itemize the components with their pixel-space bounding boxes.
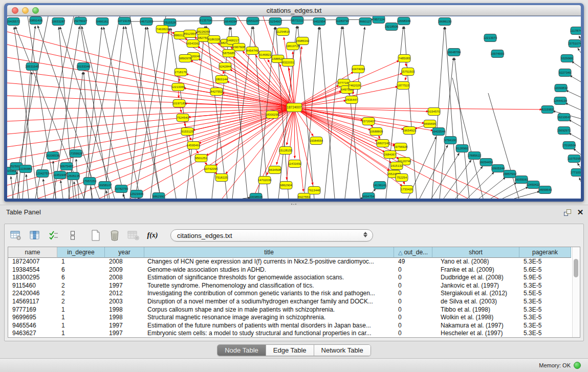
table-settings-button[interactable] (9, 228, 23, 243)
network-node[interactable]: 8454749 (246, 47, 258, 55)
network-node[interactable]: 12093832 (554, 84, 568, 92)
network-node[interactable]: 2803144 (215, 76, 228, 83)
table-cell[interactable]: Changes of HCN gene expression and I(f) … (144, 258, 394, 266)
table-cell[interactable]: Franke et al. (2009) (432, 266, 519, 274)
network-node[interactable]: 14136141 (373, 182, 387, 189)
table-row[interactable]: 946362711997Embryonic stem cells: a mode… (8, 330, 572, 337)
network-node[interactable]: 16054454 (480, 159, 493, 166)
network-node[interactable]: 12923445 (130, 190, 144, 198)
table-cell[interactable]: Hescheler et al. (1997) (432, 330, 519, 337)
column-header-year[interactable]: year (105, 247, 144, 258)
network-node[interactable]: 14595461 (187, 142, 201, 149)
table-cell[interactable]: 0 (394, 266, 432, 274)
network-canvas[interactable]: 1872400715405572208914061065328715276027… (7, 16, 581, 199)
table-row[interactable]: 1872400712008Changes of HCN gene express… (8, 258, 572, 266)
network-node[interactable]: 7463822 (156, 26, 168, 33)
network-node[interactable]: 11075395 (568, 155, 581, 163)
table-cell[interactable]: 18724007 (8, 258, 57, 266)
table-cell[interactable]: 5.3E-5 (519, 322, 571, 330)
network-node[interactable]: 10698505 (249, 193, 263, 199)
table-cell[interactable]: Yano et al. (2008) (432, 258, 519, 266)
network-node[interactable]: 18724007 (287, 103, 302, 112)
network-node[interactable]: 12213369 (171, 83, 185, 91)
table-cell[interactable]: 1 (57, 258, 105, 266)
table-cell[interactable]: Estimation of the future numbers of pati… (144, 322, 394, 330)
table-cell[interactable]: 0 (394, 314, 432, 322)
network-node[interactable]: 9242844 (219, 63, 231, 71)
network-node[interactable]: 8427552 (210, 88, 223, 96)
network-node[interactable]: 9634508 (269, 166, 281, 174)
network-node[interactable]: 15128155 (279, 147, 293, 155)
network-node[interactable]: 16543362 (186, 40, 200, 48)
table-cell[interactable]: 0 (394, 298, 432, 306)
network-node[interactable]: 20891406 (29, 17, 43, 25)
network-node[interactable]: 20531945 (26, 63, 39, 71)
float-panel-icon[interactable] (564, 209, 572, 217)
select-all-button[interactable] (47, 228, 61, 243)
network-node[interactable]: 7524540 (177, 114, 189, 122)
network-node[interactable]: 19218506 (385, 23, 399, 31)
network-node[interactable]: 10197183 (172, 100, 186, 107)
network-node[interactable]: 20206536 (46, 152, 60, 160)
network-node[interactable]: 9794100 (444, 137, 456, 144)
column-header-out_de[interactable]: △out_de... (394, 247, 432, 258)
network-node[interactable]: 15720407 (362, 118, 376, 125)
network-node[interactable]: 30975487 (60, 163, 74, 170)
network-node[interactable]: 16958107 (98, 182, 112, 189)
network-node[interactable]: 8128960 (456, 145, 468, 152)
table-row[interactable]: 1456911722003Disruption of a novel membe… (8, 298, 572, 306)
column-header-pagerank[interactable]: pagerank (519, 247, 571, 258)
table-cell[interactable]: Jankovic et al. (1997) (432, 282, 519, 290)
network-node[interactable]: 14702039 (258, 177, 272, 184)
network-node[interactable]: 11431692 (288, 160, 302, 168)
network-node[interactable]: 16648784 (447, 49, 461, 56)
network-node[interactable]: 11156883 (19, 165, 32, 173)
network-node[interactable]: 8322031 (282, 59, 294, 67)
network-node[interactable]: 17885622 (468, 152, 482, 160)
table-cell[interactable]: 5.3E-5 (519, 306, 571, 314)
tab-edge-table[interactable]: Edge Table (266, 345, 314, 356)
table-cell[interactable]: Genome-wide association studies in ADHD. (144, 266, 394, 274)
network-node[interactable]: 9146821 (259, 51, 271, 59)
table-cell[interactable]: 1 (57, 314, 105, 322)
table-cell[interactable]: 5.3E-5 (519, 258, 571, 266)
network-node[interactable]: 2536447 (345, 96, 358, 104)
network-node[interactable]: 16210643 (557, 114, 571, 121)
network-node[interactable]: 17359928 (69, 150, 83, 158)
scrollbar-thumb[interactable] (574, 259, 578, 277)
network-node[interactable]: 12213973 (484, 34, 497, 42)
tab-node-table[interactable]: Node Table (217, 345, 266, 356)
table-row[interactable]: 1830029562008Estimation of significance … (8, 274, 572, 282)
network-node[interactable]: 16649394 (224, 18, 237, 26)
table-cell[interactable]: 5.3E-5 (519, 330, 571, 337)
table-cell[interactable]: 0 (394, 290, 432, 298)
delete-table-button[interactable] (107, 228, 122, 243)
network-node[interactable]: 8135704 (200, 17, 212, 25)
table-cell[interactable]: 2 (57, 282, 105, 290)
network-node[interactable]: 8427553 (298, 193, 310, 199)
network-node[interactable]: 10653287 (52, 18, 66, 26)
network-node[interactable]: 1733426 (401, 186, 413, 193)
table-cell[interactable]: 5.3E-5 (519, 314, 571, 322)
table-cell[interactable]: 0 (394, 306, 432, 314)
network-node[interactable]: 14671355 (140, 18, 154, 26)
network-node[interactable]: 15857942 (503, 170, 517, 178)
table-cell[interactable]: de Silva et al. (2003) (432, 298, 519, 306)
network-node[interactable]: 10742095 (204, 165, 218, 173)
table-cell[interactable]: Wolkin et al. (1998) (432, 314, 519, 322)
network-node[interactable]: 9862904 (280, 182, 292, 189)
table-row[interactable]: 969969511998Structural magnetic resonanc… (8, 314, 572, 322)
table-selector-dropdown[interactable]: citations_edges.txt (170, 229, 373, 242)
network-node[interactable]: 8660127 (359, 18, 372, 26)
table-cell[interactable]: Embryonic stem cells: a model to study s… (144, 330, 394, 337)
network-node[interactable]: 7613446 (308, 187, 320, 194)
network-canvas-container[interactable]: 1872400715405572208914061065328715276027… (7, 16, 581, 199)
network-node[interactable]: 12342757 (36, 170, 50, 178)
network-node[interactable]: 17957253 (83, 178, 97, 185)
table-cell[interactable]: 22420046 (8, 290, 57, 298)
network-node[interactable]: 11254819 (276, 28, 290, 36)
table-cell[interactable]: Tourette syndrome. Phenomenology and cla… (144, 282, 394, 290)
table-cell[interactable]: 1 (57, 322, 105, 330)
row-height-button[interactable] (66, 228, 80, 243)
network-node[interactable]: 17710305 (571, 169, 581, 177)
